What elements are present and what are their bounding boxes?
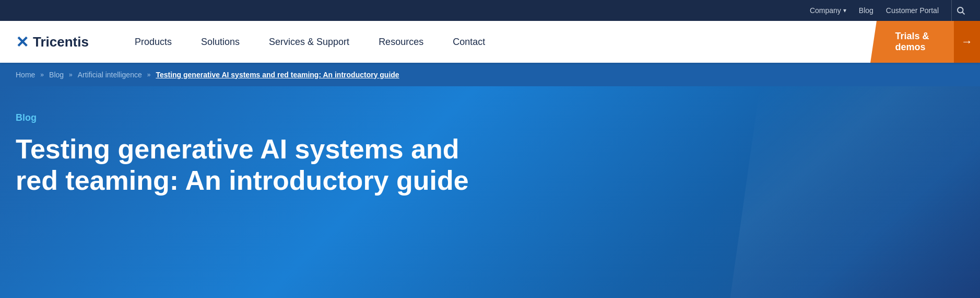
svg-line-1 bbox=[962, 12, 964, 14]
logo-x-icon: ✕ bbox=[16, 33, 29, 51]
breadcrumb-home[interactable]: Home bbox=[16, 71, 35, 79]
blog-link[interactable]: Blog bbox=[859, 6, 873, 15]
top-bar: Company Blog Customer Portal bbox=[0, 0, 980, 21]
company-link[interactable]: Company bbox=[810, 6, 846, 15]
search-icon bbox=[956, 6, 965, 15]
main-nav: ✕ Tricentis Products Solutions Services … bbox=[0, 21, 980, 63]
nav-item-services-support[interactable]: Services & Support bbox=[254, 21, 364, 63]
logo[interactable]: ✕ Tricentis bbox=[16, 33, 89, 51]
customer-portal-link[interactable]: Customer Portal bbox=[886, 6, 939, 15]
breadcrumb-blog[interactable]: Blog bbox=[49, 71, 64, 79]
breadcrumb-separator-3: » bbox=[147, 71, 151, 78]
search-button[interactable] bbox=[951, 0, 970, 21]
hero-section: Blog Testing generative AI systems and r… bbox=[0, 86, 980, 298]
nav-item-products[interactable]: Products bbox=[120, 21, 186, 63]
nav-item-solutions[interactable]: Solutions bbox=[186, 21, 254, 63]
breadcrumb-current: Testing generative AI systems and red te… bbox=[156, 71, 399, 79]
nav-item-resources[interactable]: Resources bbox=[364, 21, 438, 63]
arrow-right-icon: → bbox=[961, 35, 973, 49]
trials-demos-arrow[interactable]: → bbox=[954, 21, 980, 63]
hero-title: Testing generative AI systems and red te… bbox=[16, 134, 486, 197]
breadcrumb-separator-2: » bbox=[69, 71, 73, 78]
svg-point-0 bbox=[958, 7, 963, 13]
breadcrumb-category[interactable]: Artificial intelligence bbox=[78, 71, 142, 79]
main-navigation: Products Solutions Services & Support Re… bbox=[120, 21, 870, 63]
breadcrumb-separator-1: » bbox=[40, 71, 44, 78]
hero-category-label: Blog bbox=[16, 112, 964, 123]
trials-demos-button[interactable]: Trials &demos bbox=[870, 21, 954, 63]
nav-item-contact[interactable]: Contact bbox=[438, 21, 500, 63]
brand-name: Tricentis bbox=[33, 34, 89, 50]
breadcrumb: Home » Blog » Artificial intelligence » … bbox=[0, 63, 980, 86]
